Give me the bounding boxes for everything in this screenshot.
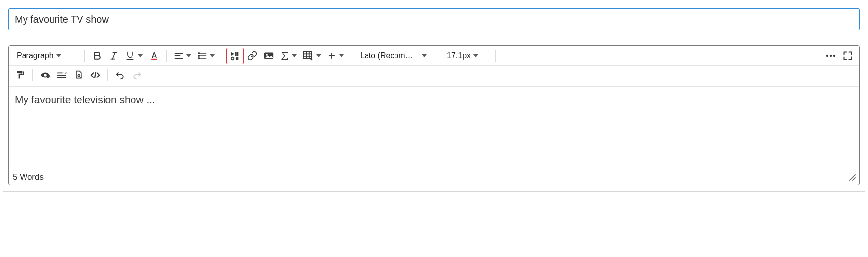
format-painter-icon	[15, 70, 25, 80]
chevron-down-icon	[339, 54, 344, 57]
italic-icon	[109, 51, 119, 61]
editor-card: Paragraph	[3, 3, 865, 192]
separator	[351, 50, 351, 62]
font-family-select[interactable]: Lato (Recomm…	[355, 48, 434, 64]
svg-rect-15	[235, 52, 237, 56]
bold-icon	[92, 51, 102, 61]
redo-button[interactable]	[129, 67, 145, 83]
align-button[interactable]	[171, 48, 194, 64]
chevron-down-icon	[186, 54, 191, 57]
link-icon	[247, 51, 257, 61]
underline-icon	[125, 51, 135, 61]
chevron-down-icon	[292, 54, 297, 57]
separator	[495, 50, 496, 62]
word-count-label: 5 Words	[13, 172, 44, 182]
source-code-button[interactable]	[87, 67, 104, 83]
sigma-icon	[280, 51, 289, 61]
undo-button[interactable]	[112, 67, 129, 83]
svg-point-31	[830, 55, 832, 57]
table-button[interactable]	[300, 48, 324, 64]
plus-icon	[327, 51, 336, 60]
svg-rect-4	[151, 59, 157, 60]
svg-point-11	[198, 53, 199, 54]
font-size-select[interactable]: 17.1px	[442, 48, 491, 64]
list-button[interactable]	[194, 48, 218, 64]
fullscreen-icon	[843, 51, 853, 61]
svg-marker-14	[231, 52, 234, 56]
insert-more-button[interactable]	[324, 48, 347, 64]
insert-stuff-button[interactable]	[226, 48, 244, 64]
separator	[107, 69, 108, 81]
code-icon	[90, 71, 101, 79]
chevron-down-icon	[138, 54, 143, 57]
chevron-down-icon	[473, 54, 478, 57]
format-painter-button[interactable]	[12, 67, 28, 83]
align-left-icon	[174, 51, 184, 61]
preview-button[interactable]	[70, 67, 87, 83]
chevron-down-icon	[210, 54, 215, 57]
toolbar-row-2: 123	[9, 66, 859, 87]
eye-check-icon	[40, 70, 51, 80]
svg-point-32	[833, 55, 835, 57]
svg-rect-16	[237, 52, 239, 56]
font-size-label: 17.1px	[447, 51, 471, 60]
image-button[interactable]	[261, 48, 277, 64]
separator	[438, 50, 438, 62]
status-bar: 5 Words	[9, 170, 859, 185]
svg-line-39	[95, 73, 96, 78]
link-button[interactable]	[244, 48, 261, 64]
svg-point-37	[78, 74, 80, 77]
svg-text:123: 123	[63, 71, 67, 75]
undo-icon	[115, 70, 125, 80]
equation-button[interactable]	[277, 48, 300, 64]
resize-handle[interactable]	[847, 173, 856, 181]
editor-content[interactable]: My favourite television show ...	[9, 87, 859, 170]
image-icon	[263, 51, 274, 61]
svg-point-20	[266, 54, 268, 56]
word-count-button[interactable]: 123	[53, 67, 70, 83]
chevron-down-icon	[422, 54, 427, 57]
insert-stuff-icon	[230, 51, 240, 61]
svg-point-30	[826, 55, 828, 57]
list-icon	[197, 51, 207, 61]
chevron-down-icon	[56, 54, 61, 57]
bold-button[interactable]	[89, 48, 105, 64]
separator	[84, 50, 85, 62]
resize-grip-icon	[847, 173, 856, 181]
more-horizontal-icon	[825, 51, 837, 61]
table-icon	[303, 51, 314, 61]
accessibility-checker-button[interactable]	[37, 67, 53, 83]
svg-line-41	[852, 178, 855, 180]
word-count-icon: 123	[56, 71, 67, 79]
page-search-icon	[74, 70, 83, 80]
separator	[222, 50, 222, 62]
underline-button[interactable]	[122, 48, 146, 64]
svg-line-2	[113, 52, 115, 59]
toolbar-row-1: Paragraph	[9, 46, 859, 66]
svg-point-17	[231, 57, 234, 60]
font-color-button[interactable]	[146, 48, 162, 64]
svg-point-12	[198, 55, 199, 56]
fullscreen-button[interactable]	[840, 48, 856, 64]
block-format-select[interactable]: Paragraph	[12, 48, 80, 64]
font-family-label: Lato (Recomm…	[360, 51, 419, 60]
block-format-label: Paragraph	[17, 51, 53, 60]
svg-rect-21	[304, 52, 311, 59]
rich-text-editor: Paragraph	[8, 45, 860, 185]
chevron-down-icon	[316, 54, 321, 57]
svg-rect-18	[236, 57, 238, 60]
title-input[interactable]	[8, 8, 860, 30]
svg-line-40	[849, 175, 855, 180]
more-actions-button[interactable]	[822, 48, 840, 64]
svg-point-13	[198, 58, 199, 59]
redo-icon	[132, 70, 142, 80]
italic-button[interactable]	[105, 48, 122, 64]
separator	[32, 69, 33, 81]
separator	[166, 50, 167, 62]
font-color-icon	[149, 51, 159, 61]
